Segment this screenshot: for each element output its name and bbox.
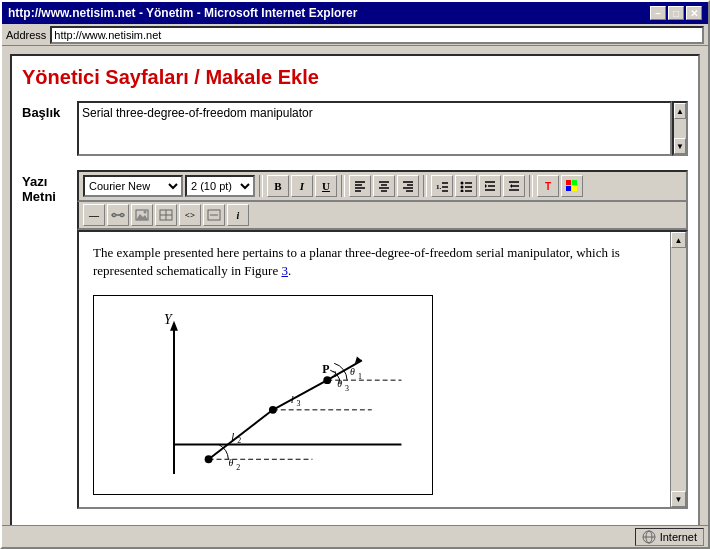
- svg-text:3: 3: [345, 384, 349, 393]
- baslik-content: Serial three-degree-of-freedom manipulat…: [77, 101, 672, 160]
- align-center-button[interactable]: [373, 175, 395, 197]
- svg-text:P: P: [322, 363, 329, 377]
- scroll-up-btn[interactable]: ▲: [674, 103, 686, 119]
- figure-box: Y: [93, 295, 433, 495]
- content-area: Yönetici Sayfaları / Makale Ekle Başlık …: [2, 46, 708, 525]
- align-left-button[interactable]: [349, 175, 371, 197]
- editor-paragraph: The example presented here pertains to a…: [93, 244, 656, 280]
- table-button[interactable]: [155, 204, 177, 226]
- editor-text-after: .: [288, 263, 291, 278]
- bold-button[interactable]: B: [267, 175, 289, 197]
- sep1: [259, 175, 263, 197]
- sep2: [341, 175, 345, 197]
- window-controls: – □ ✕: [650, 6, 702, 20]
- editor-container: The example presented here pertains to a…: [77, 230, 688, 509]
- svg-rect-31: [572, 186, 577, 191]
- align-right-button[interactable]: [397, 175, 419, 197]
- page-title: Yönetici Sayfaları / Makale Ekle: [22, 66, 688, 89]
- baslik-label: Başlık: [22, 105, 77, 120]
- image-button[interactable]: [131, 204, 153, 226]
- svg-point-52: [269, 406, 277, 414]
- address-bar: Address: [2, 24, 708, 46]
- info-button[interactable]: i: [227, 204, 249, 226]
- svg-point-17: [461, 186, 464, 189]
- link-button[interactable]: [107, 204, 129, 226]
- italic-button[interactable]: I: [291, 175, 313, 197]
- svg-text:1: 1: [358, 373, 362, 382]
- editor-scroll-down[interactable]: ▼: [671, 491, 686, 507]
- size-select[interactable]: 2 (10 pt): [185, 175, 255, 197]
- baslik-scrollbar: ▲ ▼: [672, 101, 688, 156]
- svg-text:l: l: [291, 393, 294, 405]
- editor-text-before: The example presented here pertains to a…: [93, 245, 620, 278]
- font-select[interactable]: Courier New: [83, 175, 183, 197]
- minimize-button[interactable]: –: [650, 6, 666, 20]
- yazi-label: Yazı Metni: [22, 174, 77, 204]
- svg-marker-34: [136, 214, 148, 220]
- sep3: [423, 175, 427, 197]
- title-bar: http://www.netisim.net - Yönetim - Micro…: [2, 2, 708, 24]
- address-input[interactable]: [50, 26, 704, 44]
- source-button[interactable]: <>: [179, 204, 201, 226]
- sep4: [529, 175, 533, 197]
- editor-toolbar-row2: — <> i: [77, 202, 688, 230]
- figure-svg: Y: [104, 306, 422, 484]
- underline-button[interactable]: U: [315, 175, 337, 197]
- status-zone: Internet: [635, 528, 704, 546]
- baslik-row: Başlık Serial three-degree-of-freedom ma…: [22, 101, 688, 160]
- editor-scroll-up[interactable]: ▲: [671, 232, 686, 248]
- svg-point-51: [205, 456, 213, 464]
- browser-title: http://www.netisim.net - Yönetim - Micro…: [8, 6, 357, 20]
- hr-button[interactable]: —: [83, 204, 105, 226]
- svg-line-45: [209, 410, 273, 459]
- indent-button[interactable]: [479, 175, 501, 197]
- address-label: Address: [6, 29, 46, 41]
- editor-area[interactable]: The example presented here pertains to a…: [79, 232, 670, 507]
- svg-rect-30: [566, 186, 571, 191]
- status-bar: Internet: [2, 525, 708, 547]
- yazi-row: Yazı Metni Courier New 2 (10 pt) B I U: [22, 170, 688, 509]
- maximize-button[interactable]: □: [668, 6, 684, 20]
- svg-rect-28: [566, 180, 571, 185]
- ul-button[interactable]: [455, 175, 477, 197]
- text-color-button[interactable]: T: [537, 175, 559, 197]
- svg-text:1.: 1.: [436, 183, 442, 191]
- svg-text:Y: Y: [164, 312, 173, 327]
- svg-point-53: [323, 377, 331, 385]
- scroll-down-btn[interactable]: ▼: [674, 138, 686, 154]
- svg-point-18: [461, 190, 464, 193]
- svg-text:2: 2: [237, 437, 241, 446]
- outdent-button[interactable]: [503, 175, 525, 197]
- svg-text:θ: θ: [350, 367, 355, 378]
- highlight-button[interactable]: [561, 175, 583, 197]
- close-button[interactable]: ✕: [686, 6, 702, 20]
- svg-point-16: [461, 182, 464, 185]
- svg-text:3: 3: [297, 399, 301, 408]
- svg-point-35: [144, 211, 147, 214]
- svg-text:2: 2: [236, 464, 240, 473]
- browser-window: http://www.netisim.net - Yönetim - Micro…: [0, 0, 710, 549]
- img2-button[interactable]: [203, 204, 225, 226]
- baslik-input[interactable]: Serial three-degree-of-freedom manipulat…: [77, 101, 672, 156]
- editor-scrollbar: ▲ ▼: [670, 232, 686, 507]
- svg-text:θ: θ: [228, 458, 233, 469]
- svg-rect-29: [572, 180, 577, 185]
- svg-text:l: l: [231, 431, 234, 443]
- ol-button[interactable]: 1.: [431, 175, 453, 197]
- globe-icon: [642, 530, 656, 544]
- status-text: Internet: [660, 531, 697, 543]
- svg-text:θ: θ: [337, 378, 342, 389]
- editor-toolbar-row1: Courier New 2 (10 pt) B I U: [77, 170, 688, 202]
- page-content: Yönetici Sayfaları / Makale Ekle Başlık …: [10, 54, 700, 525]
- yazi-content: Courier New 2 (10 pt) B I U: [77, 170, 688, 509]
